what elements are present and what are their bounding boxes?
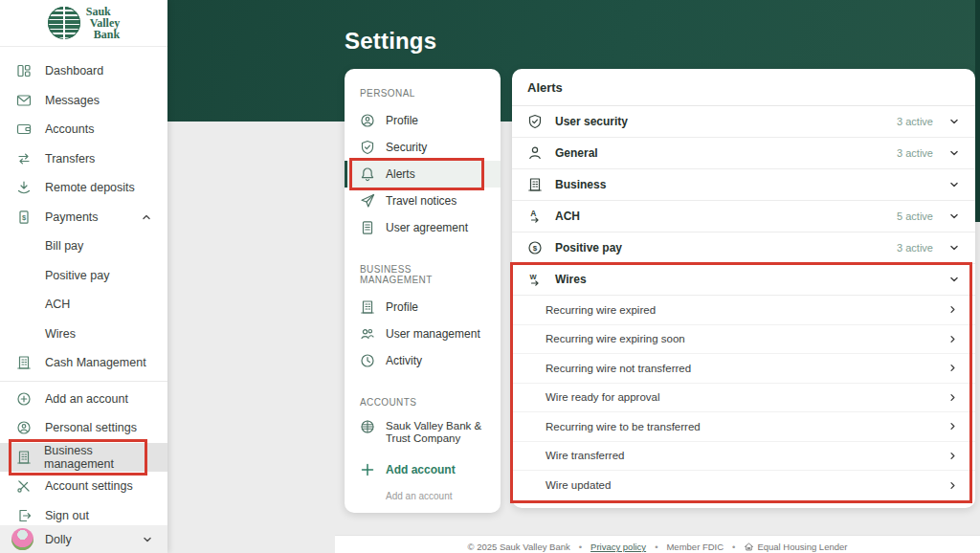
chevron-up-icon — [140, 210, 153, 224]
alert-group-label: Positive pay — [555, 241, 622, 254]
add-account-label: Add account — [386, 463, 456, 476]
sidebar-item-transfers[interactable]: Transfers — [0, 144, 167, 174]
page-title: Settings — [345, 28, 436, 55]
bank-logo[interactable]: Sauk Valley Bank — [0, 0, 167, 47]
svg-text:$: $ — [533, 244, 538, 253]
payments-icon: $ — [16, 209, 33, 225]
section-label-business-management: BUSINESS MANAGEMENT — [345, 241, 501, 294]
sidebar-item-messages[interactable]: Messages — [0, 86, 167, 116]
wire-alert-row[interactable]: Recurring wire expired — [512, 296, 975, 325]
wire-alert-row[interactable]: Recurring wire not transferred — [512, 354, 975, 384]
settings-nav-label: Travel notices — [386, 194, 457, 208]
sidebar-item-accounts[interactable]: Accounts — [0, 115, 167, 144]
alert-group-user-security[interactable]: User security 3 active — [512, 106, 975, 138]
sidebar-item-ach[interactable]: ACH — [0, 290, 167, 320]
footer-separator: • — [579, 542, 582, 552]
settings-nav-label: Activity — [386, 354, 422, 367]
document-icon — [360, 220, 375, 235]
wire-alert-label: Recurring wire not transferred — [546, 363, 691, 374]
chevron-down-icon[interactable] — [947, 146, 961, 160]
wire-alert-row[interactable]: Recurring wire expiring soon — [512, 325, 975, 355]
chevron-down-icon[interactable] — [947, 273, 961, 286]
sidebar-item-account-settings[interactable]: Account settings — [0, 472, 167, 501]
alert-group-positive-pay[interactable]: $ Positive pay 3 active — [512, 232, 975, 264]
sidebar-item-business-management[interactable]: Business management — [0, 443, 167, 473]
equal-housing-lender: Equal Housing Lender — [744, 542, 847, 552]
mail-icon — [16, 92, 33, 108]
chevron-right-icon — [947, 391, 959, 404]
clock-icon — [360, 353, 375, 368]
alert-group-general[interactable]: General 3 active — [512, 138, 975, 169]
scrollbar-thumb[interactable] — [975, 0, 980, 222]
sidebar-item-label: Add an account — [45, 392, 128, 406]
sidebar-item-positive-pay[interactable]: Positive pay — [0, 261, 167, 291]
svg-text:$: $ — [22, 212, 27, 221]
alert-group-wires[interactable]: W Wires — [512, 264, 975, 296]
footer-separator: • — [732, 542, 735, 552]
plus-icon — [360, 462, 375, 477]
sidebar-item-wires[interactable]: Wires — [0, 320, 167, 349]
chevron-down-icon[interactable] — [947, 241, 961, 254]
chevron-down-icon[interactable] — [947, 178, 961, 191]
person-circle-icon — [360, 113, 375, 128]
settings-nav-profile[interactable]: Profile — [345, 107, 501, 134]
sidebar-item-label: Accounts — [45, 122, 94, 136]
sidebar-item-label: Business management — [44, 444, 153, 471]
chevron-down-icon[interactable] — [947, 210, 961, 223]
settings-nav-bank-account[interactable]: Sauk Valley Bank & Trust Company — [345, 416, 501, 449]
settings-nav-label: User management — [386, 327, 480, 341]
chevron-right-icon — [947, 333, 959, 345]
footer-separator: • — [655, 542, 657, 552]
user-menu[interactable]: Dolly — [0, 525, 167, 553]
settings-nav-user-agreement[interactable]: User agreement — [345, 214, 501, 241]
section-label-personal: PERSONAL — [345, 78, 501, 107]
user-name: Dolly — [45, 533, 72, 546]
sidebar-item-remote-deposits[interactable]: Remote deposits — [0, 173, 167, 203]
sidebar-item-cash-management[interactable]: Cash Management — [0, 348, 167, 378]
wire-alert-row[interactable]: Wire ready for approval — [512, 384, 975, 413]
sidebar-item-payments[interactable]: $ Payments — [0, 203, 167, 232]
alerts-panel-title: Alerts — [512, 69, 975, 106]
sidebar-item-add-an-account[interactable]: Add an account — [0, 385, 167, 414]
active-count-badge: 5 active — [897, 210, 933, 222]
settings-nav-business-profile[interactable]: Profile — [345, 294, 501, 321]
section-label-accounts: ACCOUNTS — [345, 374, 501, 416]
plus-circle-icon — [16, 390, 33, 407]
wire-alert-label: Wire ready for approval — [546, 391, 660, 403]
wire-alert-row[interactable]: Wire transferred — [512, 442, 975, 472]
settings-nav-security[interactable]: Security — [345, 134, 501, 161]
member-fdic-text: Member FDIC — [666, 542, 724, 552]
copyright-text: © 2025 Sauk Valley Bank — [468, 542, 570, 552]
sidebar-item-label: Sign out — [45, 509, 89, 522]
privacy-policy-link[interactable]: Privacy policy — [590, 542, 646, 552]
wire-alert-label: Recurring wire expiring soon — [546, 333, 685, 344]
alert-group-business[interactable]: Business — [512, 169, 975, 201]
settings-nav-user-management[interactable]: User management — [345, 321, 501, 347]
app-window: Settings PERSONAL Profile Security Alert… — [0, 0, 980, 553]
chevron-right-icon — [947, 303, 959, 316]
chevron-right-icon — [947, 479, 959, 492]
sidebar-item-label: Wires — [45, 327, 76, 341]
sidebar-item-label: Positive pay — [45, 269, 109, 282]
chevron-down-icon — [141, 533, 154, 546]
sidebar-item-bill-pay[interactable]: Bill pay — [0, 232, 167, 261]
sidebar-item-label: Personal settings — [45, 421, 137, 434]
bank-name: Sauk Valley Bank — [86, 6, 121, 40]
svg-text:W: W — [529, 273, 537, 281]
chevron-down-icon[interactable] — [947, 115, 961, 128]
wire-alert-row[interactable]: Wire updated — [512, 471, 975, 500]
active-count-badge: 3 active — [897, 116, 933, 127]
alert-group-ach[interactable]: A ACH 5 active — [512, 201, 975, 232]
sidebar-item-label: ACH — [45, 298, 70, 311]
wires-icon: W — [527, 272, 543, 287]
sidebar-item-dashboard[interactable]: Dashboard — [0, 56, 167, 86]
shield-check-icon — [527, 114, 543, 129]
add-account-button[interactable]: Add account — [345, 456, 501, 483]
settings-nav-activity[interactable]: Activity — [345, 347, 501, 374]
alert-group-label: User security — [555, 115, 628, 128]
sidebar-item-personal-settings[interactable]: Personal settings — [0, 413, 167, 443]
settings-nav-travel-notices[interactable]: Travel notices — [345, 188, 501, 214]
wire-alert-row[interactable]: Recurring wire to be transferred — [512, 412, 975, 442]
settings-nav-alerts[interactable]: Alerts — [345, 161, 501, 188]
main-area: Settings PERSONAL Profile Security Alert… — [167, 0, 980, 553]
